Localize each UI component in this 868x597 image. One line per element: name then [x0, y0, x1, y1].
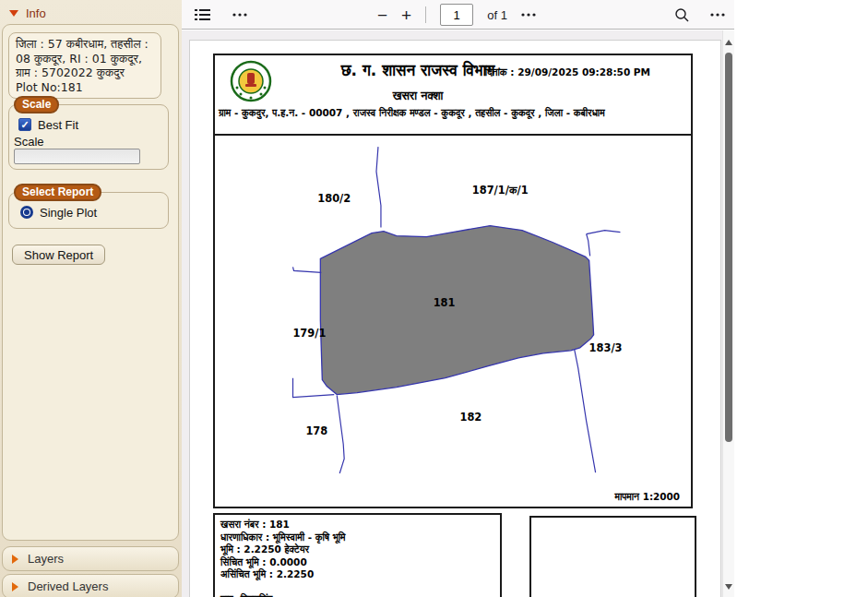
boundary-line — [337, 396, 344, 474]
info-accordion-title: Info — [26, 6, 46, 20]
toolbar-divider — [425, 6, 426, 23]
parcel-181-polygon — [320, 226, 593, 395]
document-header: छ. ग. शासन राजस्व विभाग खसरा नक्शा दिनां… — [213, 54, 693, 136]
plot-detail-line: सिंचित भूमि : 0.0000 — [220, 556, 494, 569]
scale-input[interactable] — [14, 149, 140, 164]
document-location-line: ग्राम - कुकदुर, प.ह.न. - 00007 , राजस्व … — [219, 107, 689, 119]
toggle-sidebar-icon[interactable] — [195, 8, 210, 22]
viewer-content: छ. ग. शासन राजस्व विभाग खसरा नक्शा दिनां… — [182, 30, 734, 597]
derived-layers-label: Derived Layers — [28, 579, 108, 593]
viewer-toolbar: − + of 1 — [182, 0, 734, 30]
radio-dot — [24, 209, 30, 215]
boundary-line — [587, 234, 590, 257]
boundary-line — [587, 231, 621, 234]
best-fit-label: Best Fit — [38, 118, 78, 132]
triangle-right-icon — [12, 582, 18, 591]
best-fit-checkbox[interactable]: ✓ — [18, 118, 31, 131]
plot-location-text: जिला : 57 कबीरधाम, तहसील : 08 कुकदूर, RI… — [16, 37, 149, 79]
document-subtitle: खसरा नक्शा — [243, 89, 593, 103]
boundary-line — [293, 267, 322, 272]
khasra-map-svg: 180/2187/1/क/1181179/1183/3178182मापमान … — [215, 136, 691, 507]
pdf-viewer: − + of 1 — [182, 0, 734, 597]
owner-details-box — [529, 516, 696, 597]
map-scale-note: मापमान 1:2000 — [614, 491, 680, 502]
show-report-button[interactable]: Show Report — [12, 245, 105, 265]
plot-detail-line: धारणाधिकार : भूमिस्वामी - कृषि भूमि — [220, 531, 494, 544]
plot-detail-line: खसरा नंबर : 181 — [220, 519, 494, 531]
parcel-number-label: 178 — [305, 424, 327, 437]
info-panel: जिला : 57 कबीरधाम, तहसील : 08 कुकदूर, RI… — [2, 24, 179, 541]
parcel-number-label: 187/1/क/1 — [472, 184, 529, 197]
toolbar-more-icon[interactable] — [232, 13, 247, 17]
info-accordion-header[interactable]: Info — [9, 6, 46, 20]
derived-layers-accordion[interactable]: Derived Layers — [2, 574, 179, 597]
scroll-down-icon[interactable] — [725, 584, 732, 590]
plot-detail-line — [220, 581, 494, 594]
page-options-icon[interactable] — [521, 13, 536, 17]
plot-detail-line: नाम :तिहारसिंह — [220, 593, 494, 597]
plot-detail-line: असिंचित भूमि : 2.2250 — [220, 568, 494, 581]
scale-group-legend: Scale — [14, 96, 59, 113]
parcel-number-label: 182 — [459, 411, 482, 424]
document-page: छ. ग. शासन राजस्व विभाग खसरा नक्शा दिनां… — [189, 40, 721, 597]
search-icon[interactable] — [674, 7, 690, 23]
plot-number-text: Plot No:181 — [16, 80, 83, 94]
select-report-legend: Select Report — [14, 184, 101, 201]
single-plot-label: Single Plot — [40, 206, 97, 220]
document-date: दिनांक : 29/09/2025 09:28:50 PM — [485, 66, 650, 78]
select-report-group: Select Report Single Plot — [8, 192, 169, 229]
layers-label: Layers — [28, 552, 64, 566]
page-count-label: of 1 — [487, 8, 507, 22]
single-plot-radio[interactable] — [20, 206, 33, 219]
zoom-in-button[interactable]: + — [401, 6, 411, 24]
parcel-number-label: 183/3 — [589, 341, 623, 354]
viewer-settings-more-icon[interactable] — [710, 13, 725, 17]
scale-label: Scale — [14, 135, 44, 149]
plot-detail-line: भूमि : 2.2250 हेक्टेयर — [220, 543, 494, 556]
parcel-number-label: 179/1 — [292, 327, 326, 340]
boundary-line — [575, 350, 596, 472]
plot-details-box: खसरा नंबर : 181धारणाधिकार : भूमिस्वामी -… — [213, 513, 502, 597]
sidebar: Info जिला : 57 कबीरधाम, तहसील : 08 कुकदू… — [0, 0, 182, 597]
scroll-up-icon[interactable] — [725, 40, 732, 45]
khasra-map: 180/2187/1/क/1181179/1183/3178182मापमान … — [213, 134, 693, 508]
vertical-scrollbar[interactable] — [722, 30, 734, 597]
triangle-right-icon — [12, 555, 18, 564]
zoom-out-button[interactable]: − — [377, 6, 387, 24]
parcel-number-label: 181 — [434, 296, 456, 309]
scrollbar-thumb[interactable] — [725, 53, 732, 442]
boundary-line — [376, 147, 381, 227]
triangle-down-icon — [9, 10, 18, 17]
plot-info-summary: जिला : 57 कबीरधाम, तहसील : 08 कुकदूर, RI… — [8, 32, 161, 99]
layers-accordion[interactable]: Layers — [2, 546, 179, 571]
page-number-input[interactable] — [440, 4, 473, 26]
parcel-number-label: 180/2 — [317, 192, 351, 205]
scale-group: Scale ✓ Best Fit Scale — [8, 104, 169, 170]
